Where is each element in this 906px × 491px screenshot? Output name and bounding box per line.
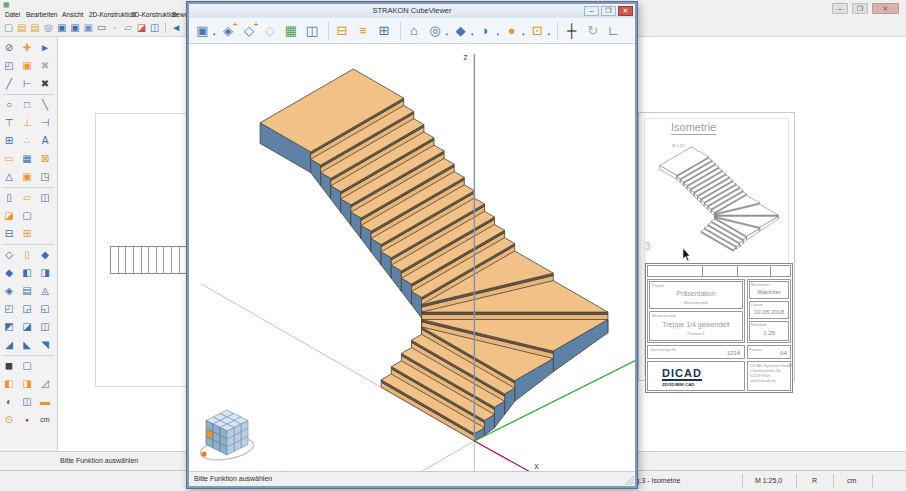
- sidebar-tool-icon[interactable]: ◬: [36, 282, 54, 300]
- sidebar-tool-icon[interactable]: ◫: [36, 318, 54, 336]
- save-copy-icon[interactable]: ▣: [82, 21, 95, 34]
- sidebar-tool-icon[interactable]: cm: [36, 411, 54, 429]
- sidebar-tool-icon[interactable]: ▦: [18, 150, 36, 168]
- sidebar-tool-icon[interactable]: ▢: [18, 207, 36, 225]
- main-close-button[interactable]: ✕: [872, 3, 899, 14]
- save-as-icon[interactable]: ▣: [69, 21, 82, 34]
- sidebar-tool-icon[interactable]: ⊞: [18, 225, 36, 243]
- cubeviewer-titlebar[interactable]: STRAKON CubeViewer – ❐ ✕: [189, 4, 635, 19]
- sidebar-tool-icon[interactable]: A: [36, 132, 54, 150]
- sidebar-tool-icon[interactable]: ▯: [18, 246, 36, 264]
- iso-view-icon[interactable]: ◆: [451, 21, 470, 41]
- sidebar-tool-icon[interactable]: ●: [18, 411, 36, 429]
- home-view-icon[interactable]: ⌂: [405, 21, 424, 41]
- add-assembly-icon[interactable]: ◇+: [240, 21, 259, 41]
- sidebar-tool-icon[interactable]: ◢: [0, 336, 18, 354]
- sidebar-tool-icon[interactable]: ◩: [0, 318, 18, 336]
- cubeviewer-maximize-button[interactable]: ❐: [601, 6, 616, 16]
- sidebar-tool-icon[interactable]: ▤: [18, 282, 36, 300]
- section-vertical-icon[interactable]: ≡: [354, 21, 373, 41]
- sidebar-tool-icon[interactable]: ▣: [18, 57, 36, 75]
- sidebar-tool-icon[interactable]: ✚: [18, 39, 36, 57]
- sidebar-tool-icon[interactable]: ◆: [36, 246, 54, 264]
- sidebar-tool-icon[interactable]: □: [18, 96, 36, 114]
- sidebar-tool-icon[interactable]: ⊥: [18, 114, 36, 132]
- sidebar-tool-icon[interactable]: ⊙: [0, 411, 18, 429]
- sidebar-tool-icon[interactable]: ○: [0, 96, 18, 114]
- sidebar-tool-icon[interactable]: ►: [36, 39, 54, 57]
- save-icon[interactable]: ▣: [55, 21, 68, 34]
- sidebar-tool-icon[interactable]: ⊞: [0, 132, 18, 150]
- open-project-icon[interactable]: ▤: [29, 21, 42, 34]
- menu-3d-konstruktion[interactable]: 3D-Konstruktion: [131, 11, 178, 18]
- main-minimize-button[interactable]: –: [832, 3, 848, 14]
- sidebar-tool-icon[interactable]: ◫: [18, 393, 36, 411]
- new-document-icon[interactable]: ▢: [2, 21, 15, 34]
- menu-datei[interactable]: Datei: [5, 11, 20, 18]
- dropdown-caret[interactable]: ▾: [213, 31, 216, 37]
- sidebar-tool-icon[interactable]: ◇: [0, 246, 18, 264]
- sidebar-tool-icon[interactable]: ▬: [36, 393, 54, 411]
- open-folder-icon[interactable]: ▤: [15, 21, 28, 34]
- sidebar-tool-icon[interactable]: ✖: [36, 57, 54, 75]
- window-icon[interactable]: ▫: [108, 21, 121, 34]
- sidebar-tool-icon[interactable]: ⊘: [0, 39, 18, 57]
- dropdown-caret[interactable]: ▾: [497, 31, 500, 37]
- add-part-icon[interactable]: ◈+: [219, 21, 238, 41]
- sidebar-tool-icon[interactable]: ▱: [18, 189, 36, 207]
- sidebar-tool-icon[interactable]: △: [0, 168, 18, 186]
- sidebar-tool-icon[interactable]: ▯: [0, 189, 18, 207]
- resize-grip[interactable]: [624, 475, 634, 485]
- main-maximize-button[interactable]: ❐: [852, 3, 868, 14]
- sidebar-tool-icon[interactable]: ◧: [18, 264, 36, 282]
- axes-icon[interactable]: ┼: [562, 21, 581, 41]
- sidebar-tool-icon[interactable]: ⊠: [36, 150, 54, 168]
- sidebar-tool-icon[interactable]: ✖: [36, 75, 54, 93]
- layers-icon[interactable]: ▦: [282, 21, 301, 41]
- solid-view-icon[interactable]: ●: [502, 21, 521, 41]
- viewport-3d[interactable]: zyx: [189, 44, 635, 472]
- sidebar-tool-icon[interactable]: ▭: [0, 150, 18, 168]
- archive-icon[interactable]: ◪: [135, 21, 148, 34]
- zoom-icon[interactable]: ◎: [426, 21, 445, 41]
- sidebar-tool-icon[interactable]: ◼: [0, 357, 18, 375]
- sidebar-tool-icon[interactable]: ◿: [36, 375, 54, 393]
- parts-list-icon[interactable]: ◫: [303, 21, 322, 41]
- menu-ansicht[interactable]: Ansicht: [62, 11, 83, 18]
- sidebar-tool-icon[interactable]: ◨: [36, 264, 54, 282]
- section-horizontal-icon[interactable]: ⊟: [333, 21, 352, 41]
- sidebar-tool-icon[interactable]: ◧: [0, 375, 18, 393]
- edit-sheet-icon[interactable]: ▱: [122, 21, 135, 34]
- sidebar-tool-icon[interactable]: ◐: [0, 393, 18, 411]
- sidebar-tool-icon[interactable]: ◰: [0, 57, 18, 75]
- dropdown-caret[interactable]: ▾: [522, 31, 525, 37]
- dropdown-caret[interactable]: ▾: [548, 31, 551, 37]
- sidebar-tool-icon[interactable]: ◫: [36, 189, 54, 207]
- dropdown-caret[interactable]: ▾: [446, 31, 449, 37]
- section-box-icon[interactable]: ⊞: [375, 21, 394, 41]
- dropdown-caret[interactable]: ▾: [471, 31, 474, 37]
- sidebar-tool-icon[interactable]: ⊟: [0, 225, 18, 243]
- menu-2d-konstruktion[interactable]: 2D-Konstruktion: [89, 11, 136, 18]
- sidebar-tool-icon[interactable]: ◆: [0, 264, 18, 282]
- plot-icon[interactable]: ◫: [148, 21, 161, 34]
- sidebar-tool-icon[interactable]: ◥: [36, 336, 54, 354]
- save-view-icon[interactable]: ▣: [193, 21, 212, 41]
- sidebar-tool-icon[interactable]: ◈: [0, 282, 18, 300]
- sidebar-tool-icon[interactable]: ⊣: [36, 114, 54, 132]
- measure-axis-icon[interactable]: ∟: [604, 21, 623, 41]
- box-disabled-icon[interactable]: ◇: [261, 21, 280, 41]
- sidebar-tool-icon[interactable]: ◪: [18, 318, 36, 336]
- preview-icon[interactable]: ◎: [42, 21, 55, 34]
- sidebar-tool-icon[interactable]: ◣: [18, 336, 36, 354]
- sidebar-tool-icon[interactable]: ╲: [36, 96, 54, 114]
- sidebar-tool-icon[interactable]: ◰: [0, 300, 18, 318]
- sidebar-tool-icon[interactable]: ⊤: [0, 114, 18, 132]
- menu-bearbeiten[interactable]: Bearbeiten: [26, 11, 57, 18]
- sidebar-tool-icon[interactable]: ◲: [18, 300, 36, 318]
- sidebar-tool-icon[interactable]: ▢: [18, 357, 36, 375]
- undo-icon[interactable]: ◄: [170, 21, 183, 34]
- sidebar-tool-icon[interactable]: ◱: [36, 300, 54, 318]
- sidebar-tool-icon[interactable]: ◨: [18, 375, 36, 393]
- sidebar-tool-icon[interactable]: ◳: [36, 168, 54, 186]
